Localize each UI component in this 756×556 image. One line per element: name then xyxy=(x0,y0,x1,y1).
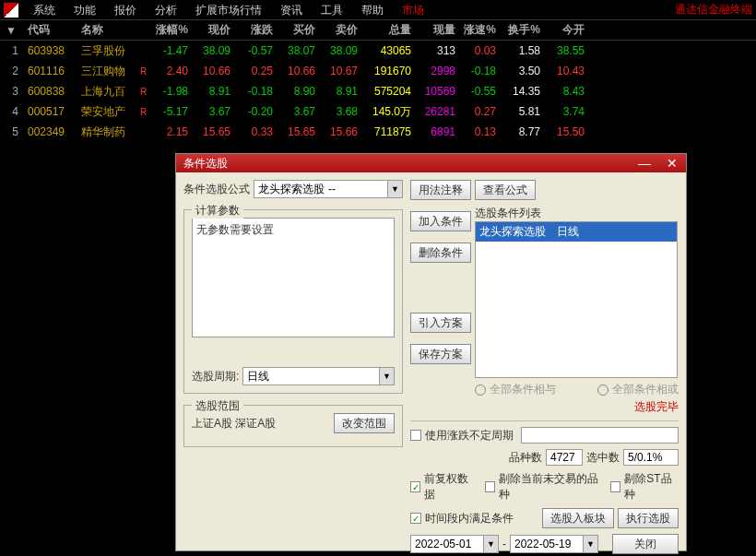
formula-combo[interactable]: 龙头探索选股 -- ▼ xyxy=(254,180,403,198)
status-complete: 选股完毕 xyxy=(634,400,679,413)
chevron-down-icon[interactable]: ▼ xyxy=(387,181,402,197)
radio-or[interactable] xyxy=(597,384,608,396)
period-label: 选股周期: xyxy=(192,369,239,384)
col-change-pct[interactable]: 涨幅% xyxy=(149,22,192,38)
stock-count-field: 4727 xyxy=(546,449,583,466)
col-code[interactable]: 代码 xyxy=(22,22,77,38)
formula-label: 条件选股公式 xyxy=(183,182,250,197)
col-name[interactable]: 名称 xyxy=(77,22,136,38)
usage-button[interactable]: 用法注释 xyxy=(410,180,471,200)
brand-label: 通达信金融终端 xyxy=(675,2,756,18)
date-to-combo[interactable]: 2022-05-19 ▼ xyxy=(510,535,598,553)
table-row[interactable]: 5002349精华制药2.1515.650.3315.6515.66711875… xyxy=(0,122,756,142)
col-change[interactable]: 涨跌 xyxy=(234,22,277,38)
chevron-down-icon[interactable]: ▼ xyxy=(379,368,394,384)
period-value: 日线 xyxy=(247,369,269,384)
no-st-checkbox[interactable] xyxy=(610,481,620,492)
app-logo-icon xyxy=(4,3,18,18)
import-scheme-button[interactable]: 引入方案 xyxy=(410,313,471,333)
date-from-combo[interactable]: 2022-05-01 ▼ xyxy=(410,535,499,553)
col-ask[interactable]: 卖价 xyxy=(319,22,361,38)
var-period-checkbox[interactable] xyxy=(410,430,421,441)
table-header: ▼ 代码 名称 涨幅% 现价 涨跌 买价 卖价 总量 现量 涨速% 换手% 今开 xyxy=(0,20,756,41)
list-legend: 选股条件列表 xyxy=(475,207,541,219)
col-price[interactable]: 现价 xyxy=(192,22,234,38)
menu-item-2[interactable]: 报价 xyxy=(105,0,146,20)
stock-table: ▼ 代码 名称 涨幅% 现价 涨跌 买价 卖价 总量 现量 涨速% 换手% 今开… xyxy=(0,20,756,142)
change-range-button[interactable]: 改变范围 xyxy=(334,413,395,433)
table-row[interactable]: 1603938三孚股份-1.4738.09-0.5738.0738.094306… xyxy=(0,41,756,61)
params-text: 无参数需要设置 xyxy=(192,218,395,337)
delete-condition-button[interactable]: 删除条件 xyxy=(410,243,471,263)
selected-count-field: 5/0.1% xyxy=(623,449,679,466)
chevron-down-icon[interactable]: ▼ xyxy=(0,24,22,37)
menu-item-3[interactable]: 分析 xyxy=(146,0,186,20)
list-item[interactable]: 龙头探索选股 日线 xyxy=(476,222,677,242)
var-period-input[interactable] xyxy=(521,427,679,444)
menu-item-1[interactable]: 功能 xyxy=(65,0,105,20)
menu-item-5[interactable]: 资讯 xyxy=(271,0,312,20)
menu-item-4[interactable]: 扩展市场行情 xyxy=(186,0,271,20)
fq-checkbox[interactable]: ✓ xyxy=(410,481,420,492)
col-turnover[interactable]: 换手% xyxy=(500,22,544,38)
close-icon[interactable]: ✕ xyxy=(658,154,686,172)
condition-dialog: 条件选股 — ✕ 条件选股公式 龙头探索选股 -- ▼ 计算参数 无参数需要设置… xyxy=(175,153,687,551)
condition-listbox[interactable]: 龙头探索选股 日线 xyxy=(475,221,678,378)
time-range-checkbox[interactable]: ✓ xyxy=(410,513,421,524)
range-value: 上证A股 深证A股 xyxy=(192,416,330,432)
range-legend: 选股范围 xyxy=(192,398,243,414)
menu-item-8[interactable]: 市场 xyxy=(393,0,433,20)
add-condition-button[interactable]: 加入条件 xyxy=(410,211,471,231)
dialog-title: 条件选股 xyxy=(183,156,631,172)
dialog-titlebar: 条件选股 — ✕ xyxy=(176,154,686,172)
period-combo[interactable]: 日线 ▼ xyxy=(242,367,395,385)
run-selection-button[interactable]: 执行选股 xyxy=(618,508,679,528)
col-bid[interactable]: 买价 xyxy=(277,22,319,38)
view-formula-button[interactable]: 查看公式 xyxy=(475,180,536,200)
col-speed[interactable]: 涨速% xyxy=(459,22,500,38)
col-open[interactable]: 今开 xyxy=(544,22,588,38)
menu-item-7[interactable]: 帮助 xyxy=(352,0,393,20)
table-row[interactable]: 4000517荣安地产R-5.173.67-0.203.673.68145.0万… xyxy=(0,101,756,122)
col-now-volume[interactable]: 现量 xyxy=(415,22,459,38)
save-scheme-button[interactable]: 保存方案 xyxy=(410,344,471,364)
close-button[interactable]: 关闭 xyxy=(612,534,679,554)
minimize-icon[interactable]: — xyxy=(631,154,658,172)
range-fieldset: 选股范围 上证A股 深证A股 改变范围 xyxy=(183,405,403,447)
no-trade-checkbox[interactable] xyxy=(485,481,495,492)
table-row[interactable]: 3600838上海九百R-1.988.91-0.188.908.91575204… xyxy=(0,81,756,101)
menu-item-6[interactable]: 工具 xyxy=(312,0,352,20)
col-volume[interactable]: 总量 xyxy=(361,22,415,38)
chevron-down-icon[interactable]: ▼ xyxy=(583,536,597,552)
calc-legend: 计算参数 xyxy=(192,203,243,219)
calc-params-fieldset: 计算参数 无参数需要设置 选股周期: 日线 ▼ xyxy=(183,209,403,394)
table-row[interactable]: 2601116三江购物R2.4010.660.2510.6610.6719167… xyxy=(0,61,756,81)
chevron-down-icon[interactable]: ▼ xyxy=(483,536,498,552)
formula-value: 龙头探索选股 xyxy=(258,182,325,197)
to-block-button[interactable]: 选股入板块 xyxy=(542,508,614,528)
menu-item-0[interactable]: 系统 xyxy=(24,0,65,20)
radio-and[interactable] xyxy=(475,384,486,396)
menubar: 系统功能报价分析扩展市场行情资讯工具帮助市场 通达信金融终端 xyxy=(0,0,756,20)
